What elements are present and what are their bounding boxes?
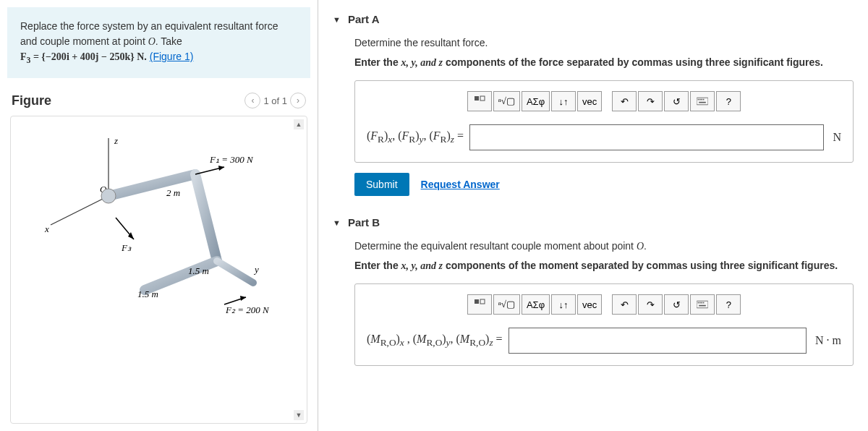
problem-text-2: . Take bbox=[156, 35, 182, 47]
help-button[interactable]: ? bbox=[716, 294, 741, 315]
figure-pager: ‹ 1 of 1 › bbox=[244, 93, 306, 108]
part-b-input[interactable] bbox=[509, 328, 807, 354]
part-a-toolbar: ⁿ√▢ ΑΣφ ↓↑ vec ↶ ↷ ↺ ? bbox=[367, 91, 841, 111]
svg-rect-23 bbox=[699, 99, 701, 101]
keyboard-button[interactable] bbox=[690, 91, 715, 111]
svg-text:F₁ = 300 N: F₁ = 300 N bbox=[209, 154, 254, 165]
updown-button[interactable]: ↓↑ bbox=[551, 294, 576, 315]
part-a-instr2: Enter the x, y, and z components of the … bbox=[354, 55, 854, 70]
scroll-down-icon[interactable]: ▼ bbox=[294, 410, 304, 420]
figure-diagram: z x O F₁ = 300 N F₂ = 200 N bbox=[36, 131, 282, 319]
svg-text:F₃: F₃ bbox=[121, 242, 132, 253]
svg-rect-25 bbox=[703, 99, 705, 101]
svg-rect-21 bbox=[697, 98, 708, 105]
svg-text:F₂ = 200 N: F₂ = 200 N bbox=[225, 304, 270, 315]
reset-button[interactable]: ↺ bbox=[664, 91, 689, 111]
part-a-title: Part A bbox=[348, 13, 380, 25]
part-b-title: Part B bbox=[348, 216, 380, 229]
svg-text:y: y bbox=[253, 264, 259, 275]
part-b-input-label: (MR,O)x , (MR,O)y, (MR,O)z = bbox=[367, 333, 503, 349]
part-b-instr1: Determine the equivalent resultant coupl… bbox=[354, 239, 854, 254]
svg-rect-33 bbox=[703, 302, 705, 304]
svg-text:2 m: 2 m bbox=[166, 187, 180, 198]
pager-prev[interactable]: ‹ bbox=[244, 93, 260, 108]
updown-button[interactable]: ↓↑ bbox=[551, 91, 576, 111]
svg-text:z: z bbox=[114, 135, 118, 146]
figure-link[interactable]: (Figure 1) bbox=[150, 51, 194, 62]
vec-button[interactable]: vec bbox=[577, 91, 602, 111]
pager-text: 1 of 1 bbox=[263, 95, 287, 106]
svg-point-18 bbox=[101, 189, 116, 203]
svg-rect-22 bbox=[698, 99, 699, 101]
point-O: O bbox=[148, 36, 156, 47]
part-a-submit-button[interactable]: Submit bbox=[354, 173, 409, 196]
svg-marker-9 bbox=[240, 296, 246, 301]
part-a-caret-icon[interactable]: ▼ bbox=[333, 15, 341, 24]
part-b-caret-icon[interactable]: ▼ bbox=[333, 218, 341, 227]
reset-button[interactable]: ↺ bbox=[664, 294, 689, 315]
svg-rect-24 bbox=[702, 99, 703, 101]
sqrt-button[interactable]: ⁿ√▢ bbox=[493, 294, 520, 315]
vec-button[interactable]: vec bbox=[577, 294, 602, 315]
svg-rect-30 bbox=[698, 302, 699, 304]
svg-rect-31 bbox=[699, 302, 701, 304]
svg-rect-20 bbox=[480, 96, 485, 101]
part-b-toolbar: ⁿ√▢ ΑΣφ ↓↑ vec ↶ ↷ ↺ ? bbox=[367, 294, 841, 315]
problem-statement: Replace the force system by an equivalen… bbox=[7, 7, 310, 78]
svg-rect-26 bbox=[699, 102, 706, 103]
svg-rect-19 bbox=[475, 96, 479, 101]
svg-text:x: x bbox=[44, 223, 49, 234]
redo-button[interactable]: ↷ bbox=[638, 294, 663, 315]
pager-next[interactable]: › bbox=[290, 93, 306, 108]
part-b-unit: N · m bbox=[812, 334, 841, 347]
svg-text:1.5 m: 1.5 m bbox=[137, 289, 158, 299]
help-button[interactable]: ? bbox=[716, 91, 741, 111]
template-button[interactable] bbox=[467, 91, 492, 111]
f3-equation: F3 = {−200i + 400j − 250k} N. bbox=[20, 51, 147, 62]
svg-line-2 bbox=[51, 196, 109, 225]
part-a-input[interactable] bbox=[469, 124, 824, 150]
svg-rect-29 bbox=[697, 301, 708, 308]
greek-button[interactable]: ΑΣφ bbox=[522, 91, 550, 111]
svg-rect-27 bbox=[475, 299, 479, 304]
figure-title: Figure bbox=[12, 93, 51, 108]
greek-button[interactable]: ΑΣφ bbox=[522, 294, 550, 315]
svg-rect-32 bbox=[702, 302, 703, 304]
part-a-answer-box: ⁿ√▢ ΑΣφ ↓↑ vec ↶ ↷ ↺ ? (FR)x, (FR)y, (FR… bbox=[354, 80, 854, 163]
part-b-instr2: Enter the x, y, and z components of the … bbox=[354, 258, 854, 273]
undo-button[interactable]: ↶ bbox=[612, 91, 637, 111]
figure-panel: ▲ ▼ z x O bbox=[10, 116, 307, 424]
redo-button[interactable]: ↷ bbox=[638, 91, 663, 111]
sqrt-button[interactable]: ⁿ√▢ bbox=[493, 91, 520, 111]
undo-button[interactable]: ↶ bbox=[612, 294, 637, 315]
keyboard-button[interactable] bbox=[690, 294, 715, 315]
svg-marker-6 bbox=[218, 166, 224, 171]
part-a-instr1: Determine the resultant force. bbox=[354, 35, 854, 51]
part-a-unit: N bbox=[830, 131, 841, 144]
svg-rect-28 bbox=[480, 299, 485, 304]
scroll-up-icon[interactable]: ▲ bbox=[294, 119, 304, 129]
part-a-input-label: (FR)x, (FR)y, (FR)z = bbox=[367, 129, 464, 145]
template-button[interactable] bbox=[467, 294, 492, 315]
svg-rect-34 bbox=[699, 305, 706, 307]
part-b-answer-box: ⁿ√▢ ΑΣφ ↓↑ vec ↶ ↷ ↺ ? (MR,O)x , (MR,O)y… bbox=[354, 283, 854, 366]
svg-text:1.5 m: 1.5 m bbox=[188, 265, 209, 276]
part-a-request-answer[interactable]: Request Answer bbox=[421, 179, 500, 190]
